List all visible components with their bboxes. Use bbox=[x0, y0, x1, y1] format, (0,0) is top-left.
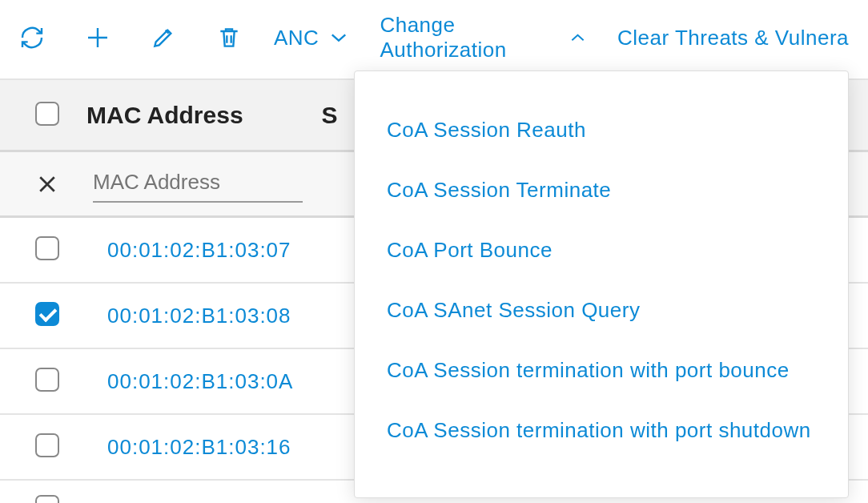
menu-item-coa-term-port-bounce[interactable]: CoA Session termination with port bounce bbox=[355, 340, 848, 400]
select-all-checkbox[interactable] bbox=[35, 102, 59, 126]
row-checkbox[interactable] bbox=[35, 368, 59, 392]
menu-item-coa-terminate[interactable]: CoA Session Terminate bbox=[355, 160, 848, 220]
add-button[interactable] bbox=[85, 25, 111, 50]
toolbar: ANC Change Authorization Clear Threats &… bbox=[0, 0, 868, 78]
clear-threats-label: Clear Threats & Vulnera bbox=[617, 26, 849, 50]
refresh-icon bbox=[19, 25, 45, 50]
chevron-up-icon bbox=[570, 32, 585, 43]
menu-item-coa-sanet-query[interactable]: CoA SAnet Session Query bbox=[355, 280, 848, 340]
row-checkbox[interactable] bbox=[35, 495, 59, 503]
delete-button[interactable] bbox=[216, 25, 242, 50]
clear-threats-button[interactable]: Clear Threats & Vulnera bbox=[617, 26, 849, 50]
trash-icon bbox=[216, 25, 242, 50]
chevron-down-icon bbox=[330, 32, 348, 43]
anc-dropdown-button[interactable]: ANC bbox=[274, 26, 348, 50]
mac-address-link[interactable]: 00:01:02:B1:03:07 bbox=[107, 238, 291, 263]
mac-address-link[interactable]: 00:01:02:B1:03:16 bbox=[107, 435, 291, 460]
change-authorization-menu: CoA Session Reauth CoA Session Terminate… bbox=[354, 70, 849, 498]
clear-filter-button[interactable] bbox=[35, 172, 86, 196]
edit-button[interactable] bbox=[151, 25, 176, 50]
mac-address-link[interactable]: 00:01:02:B1:03:0A bbox=[107, 369, 293, 394]
menu-item-coa-term-port-shutdown[interactable]: CoA Session termination with port shutdo… bbox=[355, 400, 848, 461]
plus-icon bbox=[85, 25, 111, 50]
anc-label: ANC bbox=[274, 26, 319, 50]
column-header-status-partial[interactable]: S bbox=[322, 102, 338, 129]
row-checkbox[interactable] bbox=[35, 302, 59, 326]
change-authorization-dropdown-button[interactable]: Change Authorization bbox=[380, 13, 585, 62]
pencil-icon bbox=[151, 25, 176, 50]
select-all-col bbox=[35, 102, 86, 129]
refresh-button[interactable] bbox=[19, 25, 45, 50]
change-auth-label: Change Authorization bbox=[380, 13, 559, 62]
close-icon bbox=[35, 172, 59, 196]
row-checkbox[interactable] bbox=[35, 236, 59, 260]
column-header-mac[interactable]: MAC Address bbox=[86, 102, 243, 129]
menu-item-coa-port-bounce[interactable]: CoA Port Bounce bbox=[355, 220, 848, 280]
mac-filter-input[interactable] bbox=[93, 165, 303, 203]
row-checkbox[interactable] bbox=[35, 433, 59, 457]
menu-item-coa-reauth[interactable]: CoA Session Reauth bbox=[355, 100, 848, 160]
mac-address-link[interactable]: 00:01:02:B1:03:08 bbox=[107, 304, 291, 328]
